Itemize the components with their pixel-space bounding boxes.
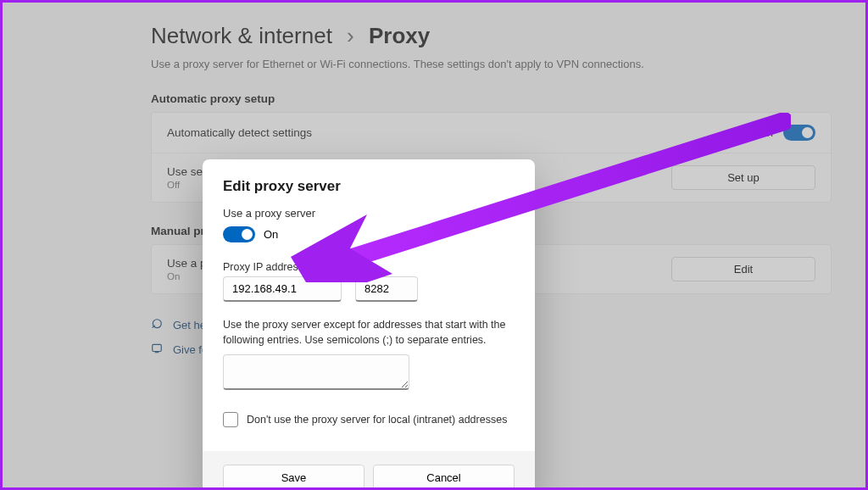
exceptions-input[interactable] (223, 354, 409, 390)
proxy-ip-input[interactable] (223, 276, 342, 302)
ip-label: Proxy IP address (223, 261, 342, 273)
local-checkbox-label: Don't use the proxy server for local (in… (247, 414, 507, 426)
port-label: Port (355, 261, 418, 273)
use-proxy-state: On (264, 228, 278, 241)
dialog-use-label: Use a proxy server (223, 207, 515, 220)
use-proxy-toggle[interactable] (223, 226, 255, 242)
cancel-button[interactable]: Cancel (373, 465, 515, 490)
proxy-port-input[interactable] (355, 276, 418, 302)
exceptions-description: Use the proxy server except for addresse… (223, 317, 515, 348)
dialog-title: Edit proxy server (223, 178, 515, 195)
edit-proxy-dialog: Edit proxy server Use a proxy server On … (203, 159, 535, 490)
local-checkbox[interactable] (223, 412, 238, 427)
save-button[interactable]: Save (223, 465, 364, 490)
